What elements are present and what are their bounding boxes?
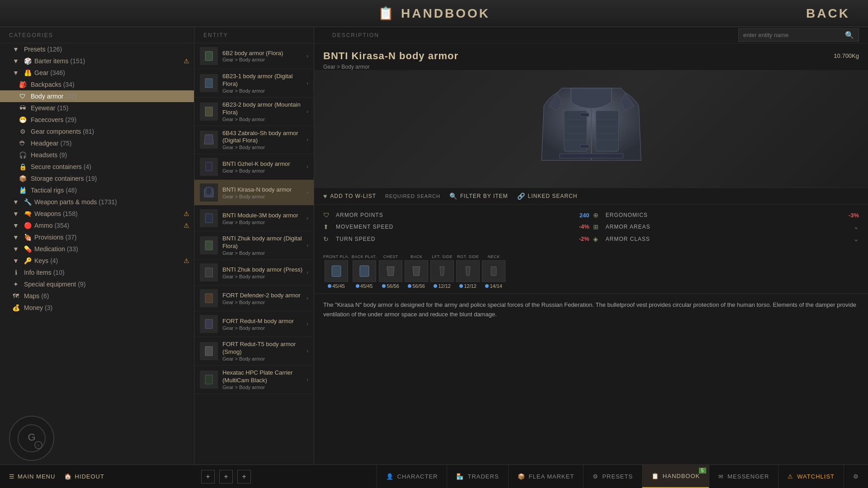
entity-item-6b23-2[interactable]: 6B23-2 body armor (Mountain Flora) Gear … — [194, 98, 314, 126]
arrow-icon: › — [307, 164, 308, 170]
entity-item-fort-redut-m[interactable]: FORT Redut-M body armor Gear > Body armo… — [194, 311, 314, 337]
sidebar-item-secure-containers[interactable]: 🔒 Secure containers (4) — [0, 161, 194, 173]
chevron-icon: ▼ — [11, 198, 20, 206]
expand-icon[interactable]: ⌄ — [853, 235, 859, 243]
required-search-button[interactable]: REQUIRED SEARCH — [385, 193, 440, 199]
settings-button[interactable]: ⚙ — [844, 465, 868, 488]
headset-icon: 🎧 — [18, 151, 27, 159]
tab-traders[interactable]: 🏪 TRADERS — [447, 465, 508, 488]
arrow-icon: › — [307, 189, 308, 196]
bottom-nav: ☰ MAIN MENU 🏠 HIDEOUT + + + 👤 CHARACTER … — [0, 465, 868, 488]
sidebar-item-backpacks[interactable]: 🎒 Backpacks (34) — [0, 79, 194, 90]
settings-icon: ⚙ — [853, 473, 859, 480]
chevron-icon: ▼ — [11, 245, 20, 253]
item-weight: 10.700Kg — [834, 50, 859, 59]
sidebar-item-tactical-rigs[interactable]: 🎽 Tactical rigs (48) — [0, 184, 194, 196]
entity-header: Entity — [194, 27, 314, 43]
main-layout: Categories ▼ Presets (126) ▼ 🎲 Barter it… — [0, 27, 868, 465]
chevron-icon: ▼ — [11, 46, 20, 53]
sidebar-item-ammo[interactable]: ▼ 🔴 Ammo (354) ⚠ — [0, 220, 194, 231]
sidebar-item-gear[interactable]: ▼ 🦺 Gear (346) — [0, 67, 194, 79]
svg-text:+: + — [38, 444, 40, 448]
entity-item-bnti-zhuk-digital[interactable]: BNTI Zhuk body armor (Digital Flora) Gea… — [194, 231, 314, 260]
entity-list: Entity 6B2 body armor (Flora) Gear > Bod… — [194, 27, 314, 465]
sidebar-item-maps[interactable]: 🗺 Maps (6) — [0, 290, 194, 302]
nav-tabs: 👤 CHARACTER 🏪 TRADERS 📦 FLEA MARKET ⚙ PR… — [258, 465, 868, 488]
arrow-icon: › — [307, 108, 308, 115]
entity-thumb — [200, 371, 218, 389]
sidebar-item-medication[interactable]: ▼ 💊 Medication (33) — [0, 243, 194, 255]
stat-armor-class: ◈ ARMOR CLASS ⌄ — [593, 235, 859, 243]
class-icon: ◈ — [593, 235, 602, 243]
logo: G + — [9, 416, 54, 461]
areas-icon: ⊞ — [593, 223, 602, 230]
add-to-wlist-button[interactable]: ♥ ADD TO W-LIST — [323, 192, 376, 200]
action-bar: ♥ ADD TO W-LIST REQUIRED SEARCH 🔍 FILTER… — [314, 188, 868, 205]
sidebar-item-money[interactable]: 💰 Money (3) — [0, 302, 194, 314]
warning-icon: ⚠ — [184, 210, 189, 217]
speed-icon: ⬆ — [323, 223, 332, 230]
sidebar-item-weapons[interactable]: ▼ 🔫 Weapons (158) ⚠ — [0, 208, 194, 220]
entity-item-6b43[interactable]: 6B43 Zabralo-Sh body armor (Digital Flor… — [194, 126, 314, 155]
entity-item-6b23-1[interactable]: 6B23-1 body armor (Digital Flora) Gear >… — [194, 69, 314, 98]
sidebar-item-provisions[interactable]: ▼ 🍖 Provisions (37) — [0, 231, 194, 243]
header-title: 📋 HANDBOOK — [378, 6, 490, 21]
entity-item-fort-defender[interactable]: FORT Defender-2 body armor Gear > Body a… — [194, 286, 314, 311]
entity-item-bnti-kirasa[interactable]: BNTI Kirasa-N body armor Gear > Body arm… — [194, 180, 314, 206]
tab-handbook[interactable]: 📋 HANDBOOK 5 — [642, 465, 709, 488]
sidebar-item-facecovers[interactable]: 😷 Facecovers (29) — [0, 114, 194, 126]
sidebar-item-weapon-parts[interactable]: ▼ 🔧 Weapon parts & mods (1731) — [0, 196, 194, 208]
hideout-button[interactable]: 🏠 HIDEOUT — [64, 473, 104, 480]
special-icon: ✦ — [11, 281, 20, 288]
svg-rect-16 — [491, 267, 496, 276]
hideout-icon: 🏠 — [64, 473, 72, 480]
add-button-2[interactable]: + — [219, 470, 233, 483]
sidebar-item-gear-components[interactable]: ⚙ Gear components (81) — [0, 126, 194, 137]
tab-messenger[interactable]: ✉ MESSENGER — [709, 465, 778, 488]
sidebar-item-storage-containers[interactable]: 📦 Storage containers (19) — [0, 173, 194, 184]
search-container[interactable]: 🔍 — [738, 28, 859, 42]
entity-item-hexatac[interactable]: Hexatac HPC Plate Carrier (MultiCam Blac… — [194, 366, 314, 394]
link-icon: 🔗 — [517, 192, 525, 200]
main-menu-button[interactable]: ☰ MAIN MENU — [9, 473, 55, 480]
entity-item-fort-redut-t5[interactable]: FORT Redut-T5 body armor (Smog) Gear > B… — [194, 337, 314, 366]
sidebar-item-presets[interactable]: ▼ Presets (126) — [0, 43, 194, 55]
sidebar-item-keys[interactable]: ▼ 🔑 Keys (4) ⚠ — [0, 255, 194, 267]
sidebar-item-eyewear[interactable]: 🕶 Eyewear (15) — [0, 102, 194, 114]
sidebar-item-barter[interactable]: ▼ 🎲 Barter items (151) ⚠ — [0, 55, 194, 67]
entity-item-bnti-zhuk-press[interactable]: BNTI Zhuk body armor (Press) Gear > Body… — [194, 260, 314, 286]
sidebar-item-headgear[interactable]: ⛑ Headgear (75) — [0, 137, 194, 149]
sidebar-item-headsets[interactable]: 🎧 Headsets (9) — [0, 149, 194, 161]
search-input[interactable] — [743, 32, 843, 38]
tab-presets[interactable]: ⚙ PRESETS — [583, 465, 642, 488]
character-icon: 👤 — [386, 473, 394, 480]
tab-character[interactable]: 👤 CHARACTER — [377, 465, 447, 488]
chevron-icon: ▼ — [11, 234, 20, 241]
sidebar-item-body-armor[interactable]: 🛡 Body armor (32) — [0, 90, 194, 102]
add-button-3[interactable]: + — [237, 470, 251, 483]
filter-by-item-button[interactable]: 🔍 FILTER BY ITEM — [449, 192, 508, 200]
arrow-icon: › — [307, 348, 308, 354]
sidebar-item-special[interactable]: ✦ Special equipment (9) — [0, 278, 194, 290]
expand-icon[interactable]: ⌄ — [853, 222, 859, 231]
linked-search-button[interactable]: 🔗 LINKED SEARCH — [517, 192, 578, 200]
tab-watchlist[interactable]: ⚠ WATCHLIST — [778, 465, 844, 488]
arrow-icon: › — [307, 215, 308, 221]
handbook-icon: 📋 — [378, 6, 396, 21]
back-button[interactable]: BACK — [806, 6, 850, 21]
entity-item-bnti-gzhel[interactable]: BNTI Gzhel-K body armor Gear > Body armo… — [194, 154, 314, 180]
stat-turn-speed: ↻ TURN SPEED -2% — [323, 235, 590, 243]
description-panel: Description 🔍 BNTI Kirasa-N body armor G… — [314, 27, 868, 465]
chevron-icon: ▼ — [11, 210, 20, 217]
item-image-area — [314, 70, 868, 188]
sidebar-item-info[interactable]: ℹ Info items (10) — [0, 267, 194, 278]
entity-item-bnti-module[interactable]: BNTI Module-3M body armor Gear > Body ar… — [194, 206, 314, 231]
zone-front-plate: FRONT PLA. 45/45 — [323, 254, 349, 289]
tab-flea-market[interactable]: 📦 FLEA MARKET — [508, 465, 584, 488]
arrow-icon: › — [307, 80, 308, 86]
nav-left: ☰ MAIN MENU 🏠 HIDEOUT — [0, 473, 194, 480]
entity-thumb — [200, 158, 218, 176]
headgear-icon: ⛑ — [18, 140, 27, 147]
entity-item-6b2[interactable]: 6B2 body armor (Flora) Gear > Body armor… — [194, 43, 314, 69]
add-button-1[interactable]: + — [201, 470, 215, 483]
